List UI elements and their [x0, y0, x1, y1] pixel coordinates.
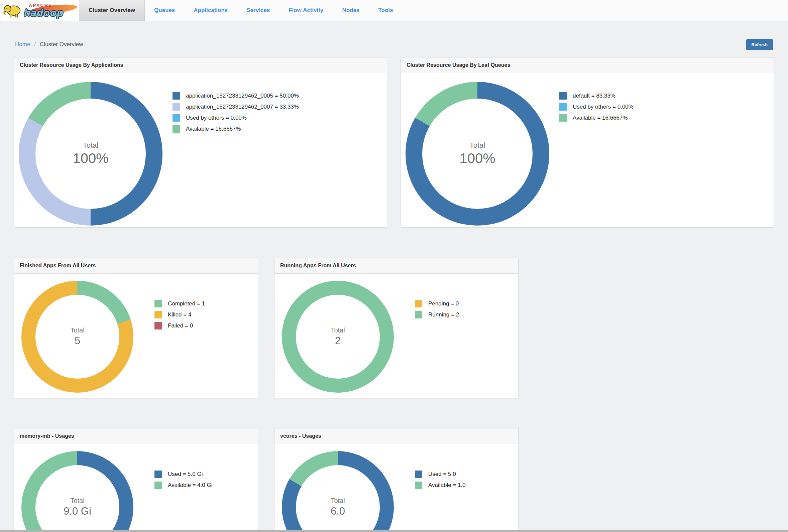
breadcrumb-separator: / — [34, 41, 36, 48]
tab-queues[interactable]: Queues — [145, 0, 184, 21]
panel-memory-mb-usages: memory-mb - Usages Total 9.0 Gi Used = 5… — [14, 428, 258, 532]
panel-heading: Running Apps From All Users — [275, 258, 518, 274]
panel-heading: Finished Apps From All Users — [14, 258, 258, 274]
legend-swatch — [155, 322, 162, 329]
legend-item-application-1527233129462-0007: application_1527233129462_0007 = 33.33% — [173, 103, 299, 110]
tab-flow-activity[interactable]: Flow Activity — [279, 0, 333, 21]
chart-legend: Used = 5.0Available = 1.0 — [415, 471, 466, 532]
legend-swatch — [155, 300, 162, 307]
legend-swatch — [173, 103, 180, 110]
panel-title: vcores - Usages — [280, 433, 321, 439]
panel-heading: memory-mb - Usages — [14, 428, 258, 444]
legend-label: Failed = 0 — [168, 323, 193, 329]
legend-label: Killed = 4 — [168, 311, 191, 318]
panel-heading: Cluster Resource Usage By Applications — [14, 58, 387, 73]
donut-chart: Total 9.0 Gi — [21, 451, 133, 532]
legend-label: Available = 16.6667% — [186, 126, 241, 132]
legend-swatch — [559, 92, 567, 100]
legend-label: Available = 4.0 Gi — [168, 482, 212, 489]
donut-total-value: 9.0 Gi — [63, 505, 91, 517]
tab-applications[interactable]: Applications — [184, 0, 237, 21]
panel-row-1: Cluster Resource Usage By Applications T… — [14, 57, 774, 228]
legend-label: Available = 16.6667% — [573, 115, 628, 121]
donut-center: Total 5 — [36, 295, 119, 378]
legend-item-default: default = 83.33% — [559, 92, 633, 100]
donut-chart: Total 6.0 — [282, 451, 394, 532]
legend-label: application_1527233129462_0007 = 33.33% — [186, 104, 299, 110]
legend-label: Used by others = 0.00% — [573, 104, 633, 110]
legend-item-pending: Pending = 0 — [415, 300, 459, 307]
panel-body: Total 2 Pending = 0Running = 2 — [275, 274, 518, 398]
legend-item-used-by-others: Used by others = 0.00% — [559, 103, 633, 110]
legend-swatch — [155, 471, 162, 478]
legend-item-used-by-others: Used by others = 0.00% — [173, 114, 299, 122]
legend-item-used: Used = 5.0 — [415, 471, 466, 478]
donut-center: Total 100% — [422, 99, 533, 209]
legend-item-failed: Failed = 0 — [155, 322, 205, 329]
panel-body: Total 100% default = 83.33%Used by other… — [401, 73, 774, 227]
panel-cluster-resource-usage-by-leaf-queues: Cluster Resource Usage By Leaf Queues To… — [400, 57, 774, 228]
legend-label: Used = 5.0 Gi — [168, 471, 203, 477]
legend-item-available: Available = 4.0 Gi — [155, 482, 212, 489]
donut-total-value: 100% — [73, 150, 108, 166]
legend-item-application-1527233129462-0005: application_1527233129462_0005 = 50.00% — [173, 92, 299, 100]
donut-chart: Total 100% — [19, 82, 162, 226]
breadcrumb-home-link[interactable]: Home — [15, 41, 30, 48]
legend-swatch — [415, 311, 422, 319]
legend-swatch — [559, 103, 567, 110]
panel-body: Total 100% application_1527233129462_000… — [14, 73, 387, 227]
horizontal-scrollbar[interactable] — [0, 530, 788, 532]
legend-label: Used by others = 0.00% — [186, 115, 247, 121]
chart-legend: default = 83.33%Used by others = 0.00%Av… — [559, 92, 633, 227]
panel-title: memory-mb - Usages — [20, 433, 74, 439]
legend-swatch — [559, 114, 567, 122]
donut-total-label: Total — [331, 497, 345, 505]
top-navbar: APACHE hadoop Cluster OverviewQueuesAppl… — [0, 0, 788, 21]
legend-swatch — [415, 300, 422, 307]
legend-item-available: Available = 1.0 — [415, 482, 466, 489]
donut-total-value: 5 — [75, 335, 80, 347]
chart-legend: Completed = 1Killed = 4Failed = 0 — [155, 300, 205, 398]
tab-cluster-overview[interactable]: Cluster Overview — [79, 0, 145, 21]
panel-cluster-resource-usage-by-applications: Cluster Resource Usage By Applications T… — [14, 57, 387, 228]
donut-total-value: 2 — [335, 335, 341, 347]
legend-swatch — [173, 92, 180, 100]
nav-tabs: Cluster OverviewQueuesApplicationsServic… — [79, 0, 402, 21]
legend-swatch — [155, 311, 162, 319]
breadcrumb-row: Home / Cluster Overview Refresh — [15, 21, 773, 57]
chart-legend: Pending = 0Running = 2 — [415, 300, 459, 398]
chart-legend: Used = 5.0 GiAvailable = 4.0 Gi — [155, 471, 212, 532]
tab-tools[interactable]: Tools — [369, 0, 402, 21]
panel-row-2: Finished Apps From All Users Total 5 Com… — [14, 258, 774, 398]
donut-total-label: Total — [83, 141, 98, 150]
panel-body: Total 9.0 Gi Used = 5.0 GiAvailable = 4.… — [14, 444, 258, 532]
donut-total-value: 100% — [459, 150, 495, 166]
tab-services[interactable]: Services — [237, 0, 279, 21]
donut-chart: Total 2 — [282, 281, 394, 393]
legend-label: Available = 1.0 — [428, 482, 466, 489]
breadcrumb-current: Cluster Overview — [40, 41, 83, 48]
legend-item-running: Running = 2 — [415, 311, 459, 319]
tab-nodes[interactable]: Nodes — [333, 0, 369, 21]
apache-hadoop-logo[interactable]: APACHE hadoop — [3, 0, 79, 21]
panel-title: Cluster Resource Usage By Leaf Queues — [407, 62, 510, 68]
hadoop-elephant-icon — [3, 1, 22, 20]
panel-vcores-usages: vcores - Usages Total 6.0 Used = 5.0Avai… — [274, 428, 518, 532]
panel-body: Total 6.0 Used = 5.0Available = 1.0 — [275, 444, 518, 532]
breadcrumb: Home / Cluster Overview — [15, 41, 83, 48]
panel-title: Finished Apps From All Users — [20, 263, 96, 269]
legend-label: Used = 5.0 — [428, 471, 456, 477]
panel-body: Total 5 Completed = 1Killed = 4Failed = … — [14, 274, 258, 398]
chart-legend: application_1527233129462_0005 = 50.00%a… — [173, 92, 299, 227]
panel-row-3: memory-mb - Usages Total 9.0 Gi Used = 5… — [14, 428, 774, 532]
panel-title: Cluster Resource Usage By Applications — [20, 62, 123, 68]
panel-running-apps: Running Apps From All Users Total 2 Pend… — [274, 258, 518, 398]
legend-item-killed: Killed = 4 — [155, 311, 205, 319]
legend-swatch — [173, 125, 180, 133]
panel-heading: Cluster Resource Usage By Leaf Queues — [401, 58, 774, 73]
refresh-button[interactable]: Refresh — [746, 39, 773, 50]
panel-finished-apps: Finished Apps From All Users Total 5 Com… — [14, 258, 258, 398]
panel-title: Running Apps From All Users — [280, 263, 356, 269]
donut-total-value: 6.0 — [331, 505, 345, 517]
legend-swatch — [173, 114, 180, 122]
